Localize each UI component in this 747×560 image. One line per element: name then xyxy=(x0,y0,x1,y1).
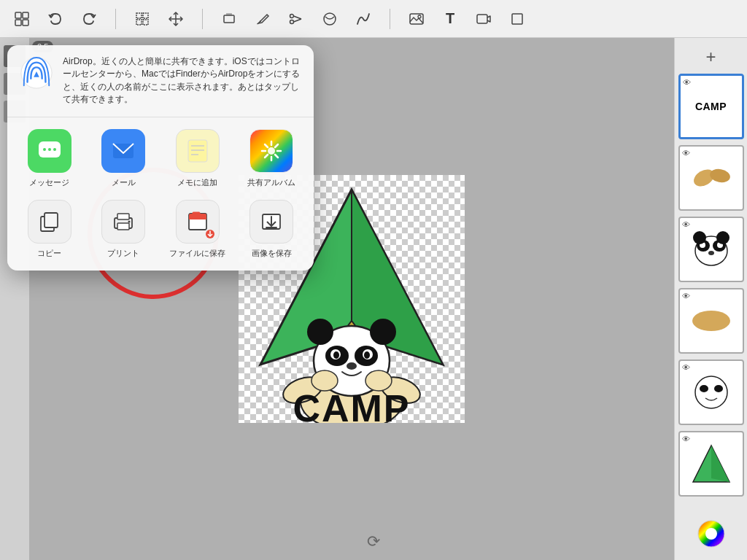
video-icon[interactable] xyxy=(473,9,494,29)
save-image-icon xyxy=(249,200,293,244)
layer-item-oval[interactable]: 👁 xyxy=(678,288,744,354)
svg-point-64 xyxy=(48,148,51,151)
svg-rect-7 xyxy=(143,20,148,25)
curve-icon[interactable] xyxy=(353,9,374,29)
svg-rect-3 xyxy=(23,20,28,26)
save-image-label: 画像を保存 xyxy=(252,248,292,259)
share-apps-grid: メッセージ メール メモに追加 xyxy=(7,117,314,194)
svg-line-79 xyxy=(275,144,278,147)
color-wheel-area[interactable] xyxy=(697,519,726,551)
copy-action-button[interactable]: コピー xyxy=(16,200,83,259)
layer-eye-icon-5[interactable]: 👁 xyxy=(682,363,692,373)
save-image-button[interactable]: 画像を保存 xyxy=(239,200,306,259)
photos-label: 共有アルバム xyxy=(247,177,295,188)
svg-point-55 xyxy=(714,385,723,392)
airdrop-description: AirDrop。近くの人と簡単に共有できます。iOSではコントロールセンターから… xyxy=(63,55,302,106)
effects-icon[interactable] xyxy=(320,9,340,29)
layer-eye-icon-4[interactable]: 👁 xyxy=(682,292,692,302)
svg-rect-6 xyxy=(136,20,142,25)
svg-rect-82 xyxy=(44,213,58,228)
svg-rect-84 xyxy=(117,214,129,219)
photos-share-button[interactable]: 共有アルバム xyxy=(239,129,306,188)
save-file-button[interactable]: ファイルに保存 xyxy=(164,200,231,259)
svg-line-16 xyxy=(294,16,302,19)
print-action-button[interactable]: プリント xyxy=(90,200,158,259)
add-layer-button[interactable]: + xyxy=(698,44,724,70)
svg-point-14 xyxy=(290,14,294,18)
layer-item-camp-text[interactable]: 👁 CAMP xyxy=(678,74,744,139)
svg-rect-90 xyxy=(193,212,200,216)
photos-icon xyxy=(249,129,293,173)
messages-icon xyxy=(28,129,71,173)
mail-share-button[interactable]: メール xyxy=(90,129,158,188)
layer-item-tent[interactable]: 👁 xyxy=(678,431,744,497)
save-file-label: ファイルに保存 xyxy=(169,248,225,259)
svg-point-51 xyxy=(716,231,729,244)
copy-icon xyxy=(28,200,71,244)
svg-rect-89 xyxy=(189,218,206,219)
layer-item-peanuts[interactable]: 👁 xyxy=(678,145,744,211)
redo-icon[interactable] xyxy=(79,9,99,29)
layer-eye-icon[interactable]: 👁 xyxy=(683,78,693,88)
svg-point-65 xyxy=(53,148,56,151)
svg-rect-21 xyxy=(477,15,487,23)
airdrop-icon xyxy=(19,55,54,90)
svg-point-35 xyxy=(364,351,370,359)
svg-rect-68 xyxy=(188,140,207,162)
move-icon[interactable] xyxy=(166,9,186,29)
layer-eye-icon-2[interactable]: 👁 xyxy=(682,149,692,159)
grid-icon[interactable] xyxy=(12,9,32,29)
print-icon xyxy=(101,200,145,244)
svg-line-80 xyxy=(265,155,268,158)
action-buttons-row: コピー プリント xyxy=(7,194,314,271)
svg-rect-11 xyxy=(226,13,232,15)
save-file-icon xyxy=(176,200,220,244)
svg-text:CAMP: CAMP xyxy=(293,387,410,423)
notes-share-button[interactable]: メモに追加 xyxy=(164,129,231,188)
layer-icon[interactable] xyxy=(219,9,239,29)
crop-icon[interactable] xyxy=(507,9,527,29)
undo-icon[interactable] xyxy=(45,9,66,29)
scissors-icon[interactable] xyxy=(286,9,306,29)
svg-line-12 xyxy=(258,23,258,24)
toolbar: T xyxy=(0,0,747,38)
share-sheet: AirDrop。近くの人と簡単に共有できます。iOSではコントロールセンターから… xyxy=(7,45,314,271)
svg-rect-5 xyxy=(143,13,148,18)
svg-point-36 xyxy=(347,362,357,370)
svg-point-54 xyxy=(700,385,708,392)
image-icon[interactable] xyxy=(406,9,427,29)
svg-line-78 xyxy=(275,155,278,158)
messages-share-button[interactable]: メッセージ xyxy=(16,129,83,188)
layer-eye-icon-6[interactable]: 👁 xyxy=(682,435,692,445)
svg-point-13 xyxy=(260,20,261,22)
layer-eye-icon-3[interactable]: 👁 xyxy=(682,220,692,230)
layer-item-face[interactable]: 👁 xyxy=(678,359,744,425)
svg-rect-4 xyxy=(136,13,142,18)
svg-point-49 xyxy=(708,251,714,255)
svg-rect-1 xyxy=(23,12,28,18)
svg-rect-22 xyxy=(512,14,522,24)
svg-marker-57 xyxy=(711,446,729,482)
svg-rect-0 xyxy=(15,12,21,18)
svg-point-43 xyxy=(708,168,731,184)
layer-item-panda[interactable]: 👁 xyxy=(678,217,744,282)
notes-icon xyxy=(176,129,220,173)
svg-point-52 xyxy=(692,311,730,331)
svg-point-37 xyxy=(307,319,333,345)
bottom-refresh-button[interactable]: ⟳ xyxy=(367,532,380,551)
airdrop-tooltip: AirDrop。近くの人と簡単に共有できます。iOSではコントロールセンターから… xyxy=(7,45,314,117)
svg-point-86 xyxy=(128,220,131,222)
copy-label: コピー xyxy=(37,248,61,259)
pen-icon[interactable] xyxy=(252,9,273,29)
svg-point-34 xyxy=(333,351,339,359)
svg-line-77 xyxy=(265,144,268,147)
svg-point-38 xyxy=(370,319,396,345)
svg-rect-2 xyxy=(15,20,21,26)
sep3 xyxy=(390,9,390,29)
select-icon[interactable] xyxy=(132,9,152,29)
text-icon[interactable]: T xyxy=(440,9,460,29)
mail-icon xyxy=(101,129,145,173)
svg-point-53 xyxy=(695,376,727,408)
sep2 xyxy=(202,9,203,29)
camp-layer-label: CAMP xyxy=(695,101,727,112)
